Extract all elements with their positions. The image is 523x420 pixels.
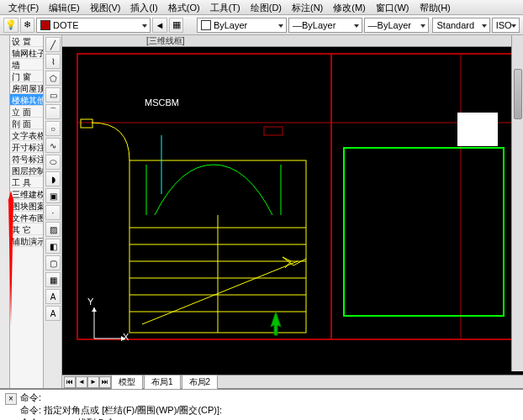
spline-icon[interactable]: ∿: [45, 138, 61, 153]
main-area: 设 置轴网柱子墙门 窗房间屋顶楼梯其他立 面剖 面文字表格开寸标注符号标注图层控…: [0, 35, 523, 388]
textstyle-dropdown[interactable]: Standard: [432, 18, 489, 33]
menu-window[interactable]: 窗口(W): [371, 0, 415, 14]
sidebar-item[interactable]: 开寸标注: [10, 141, 43, 153]
arc-icon[interactable]: ⌒: [45, 104, 61, 119]
layer-name: DOTE: [53, 20, 79, 30]
properties-toolbar: 💡 ❄ DOTE ◄ ▦ ByLayer — ByLayer — ByLayer…: [0, 15, 523, 35]
sidebar-item[interactable]: 文件布图: [10, 212, 43, 223]
layer-prev-icon[interactable]: ◄: [152, 18, 167, 33]
lightbulb-icon[interactable]: 💡: [3, 18, 18, 33]
svg-marker-24: [271, 312, 281, 335]
svg-rect-0: [77, 54, 515, 339]
category-panel: 设 置轴网柱子墙门 窗房间屋顶楼梯其他立 面剖 面文字表格开寸标注符号标注图层控…: [10, 35, 44, 388]
sidebar-item[interactable]: 轴网柱子: [10, 47, 43, 59]
plotstyle-dropdown[interactable]: — ByLayer: [364, 18, 430, 33]
sidebar-item[interactable]: 房间屋顶: [10, 82, 43, 94]
tab-first-icon[interactable]: ⏮: [64, 376, 76, 388]
sidebar-item[interactable]: 工 具: [10, 176, 43, 188]
cursor-icon: [267, 312, 284, 337]
menu-format[interactable]: 格式(O): [163, 0, 205, 14]
drawing-content: MSCBM: [62, 47, 521, 349]
sidebar-item[interactable]: 设 置: [10, 35, 43, 47]
color-value: ByLayer: [214, 20, 247, 30]
sidebar-item[interactable]: 楼梯其他: [10, 94, 43, 106]
command-line[interactable]: × 命令: 命令: 指定对角点或 [栏结(F)/圈围(WP)/圈交(CP)]: …: [0, 388, 523, 420]
sidebar-item[interactable]: 剖 面: [10, 118, 43, 129]
sidebar-item[interactable]: 图块图案: [10, 200, 43, 212]
block-icon[interactable]: ▣: [45, 188, 61, 203]
drawing-title-text: MSCBM: [145, 97, 179, 108]
ellipse-icon[interactable]: ⬭: [45, 155, 61, 170]
close-icon[interactable]: ×: [5, 393, 17, 405]
sidebar-item[interactable]: 文字表格: [10, 129, 43, 141]
sidebar-item[interactable]: 墙: [10, 59, 43, 71]
menu-modify[interactable]: 修改(M): [328, 0, 371, 14]
command-history-line: 命令:: [20, 391, 518, 404]
tab-next-icon[interactable]: ►: [87, 376, 99, 388]
sidebar-item[interactable]: 立 面: [10, 106, 43, 118]
layer-manager-icon[interactable]: ▦: [169, 18, 184, 33]
ellipse-arc-icon[interactable]: ◗: [45, 171, 61, 186]
lineweight-value: —: [293, 20, 302, 30]
sidebar-item[interactable]: 辅助演示: [10, 235, 43, 247]
mtext-icon[interactable]: A: [45, 306, 61, 321]
ucs-y-label: Y: [87, 297, 93, 307]
menu-view[interactable]: 视图(V): [85, 0, 126, 14]
menu-dim[interactable]: 标注(N): [287, 0, 328, 14]
polygon-icon[interactable]: ⬠: [45, 71, 61, 86]
ucs-x-label: X: [123, 332, 129, 342]
draw-toolbar: ╱ ⌇ ⬠ ▭ ⌒ ○ ∿ ⬭ ◗ ▣ · ▨ ◧ ▢ ▦ A A: [44, 35, 62, 388]
sidebar-item[interactable]: 门 窗: [10, 71, 43, 82]
sidebar-item[interactable]: 其 它: [10, 223, 43, 235]
table-icon[interactable]: ▦: [45, 272, 61, 287]
tab-layout2[interactable]: 布局2: [182, 375, 219, 390]
menu-edit[interactable]: 编辑(E): [44, 0, 85, 14]
layer-dropdown[interactable]: DOTE: [36, 18, 151, 33]
menu-draw[interactable]: 绘图(D): [246, 0, 287, 14]
svg-rect-5: [457, 113, 498, 146]
layout-tabs: ⏮ ◄ ► ⏭ 模型 布局1 布局2: [62, 375, 523, 388]
menu-file[interactable]: 文件(F): [3, 0, 44, 14]
svg-rect-7: [81, 119, 92, 128]
svg-rect-19: [264, 127, 283, 135]
rectangle-icon[interactable]: ▭: [45, 87, 61, 102]
plotstyle-value: —: [368, 20, 378, 30]
menu-help[interactable]: 帮助(H): [415, 0, 456, 14]
sidebar-item[interactable]: 三维建模: [10, 188, 43, 200]
textstyle-value: Standard: [436, 20, 474, 30]
viewport-label: [三维线框]: [62, 35, 523, 47]
scrollbar-thumb[interactable]: [514, 69, 522, 119]
color-dropdown[interactable]: ByLayer: [197, 18, 287, 33]
dimstyle-dropdown[interactable]: ISO: [492, 18, 520, 33]
tab-prev-icon[interactable]: ◄: [76, 376, 87, 388]
sidebar-item[interactable]: 图层控制: [10, 165, 43, 176]
region-icon[interactable]: ▢: [45, 255, 61, 270]
line-icon[interactable]: ╱: [45, 37, 61, 52]
svg-rect-4: [344, 148, 504, 316]
sidebar-item[interactable]: 符号标注: [10, 153, 43, 165]
dimstyle-value: ISO: [496, 20, 512, 30]
left-gutter: [0, 35, 10, 388]
menu-insert[interactable]: 插入(I): [125, 0, 162, 14]
menu-bar: 文件(F) 编辑(E) 视图(V) 插入(I) 格式(O) 工具(T) 绘图(D…: [0, 0, 523, 15]
tab-model[interactable]: 模型: [111, 375, 143, 390]
drawing-canvas[interactable]: MSCBM: [62, 47, 523, 375]
bylayer-swatch: [201, 20, 211, 30]
menu-tools[interactable]: 工具(T): [205, 0, 246, 14]
circle-icon[interactable]: ○: [45, 121, 61, 136]
gradient-icon[interactable]: ◧: [45, 239, 61, 254]
vertical-scrollbar[interactable]: [511, 35, 523, 371]
ucs-icon: X Y: [87, 303, 129, 345]
drawing-area-wrapper: [三维线框] MSCBM: [62, 35, 523, 388]
command-history-line: 命令: _.erase 找到 5 个: [20, 417, 518, 420]
point-icon[interactable]: ·: [45, 205, 61, 220]
tab-last-icon[interactable]: ⏭: [99, 376, 111, 388]
text-icon[interactable]: A: [45, 289, 61, 304]
polyline-icon[interactable]: ⌇: [45, 54, 61, 69]
layer-color-swatch: [40, 20, 50, 30]
tab-layout1[interactable]: 布局1: [144, 375, 181, 390]
freeze-icon[interactable]: ❄: [20, 18, 35, 33]
lineweight-dropdown[interactable]: — ByLayer: [288, 18, 362, 33]
hatch-icon[interactable]: ▨: [45, 222, 61, 237]
command-history-line: 命令: 指定对角点或 [栏结(F)/圈围(WP)/圈交(CP)]:: [20, 404, 518, 417]
